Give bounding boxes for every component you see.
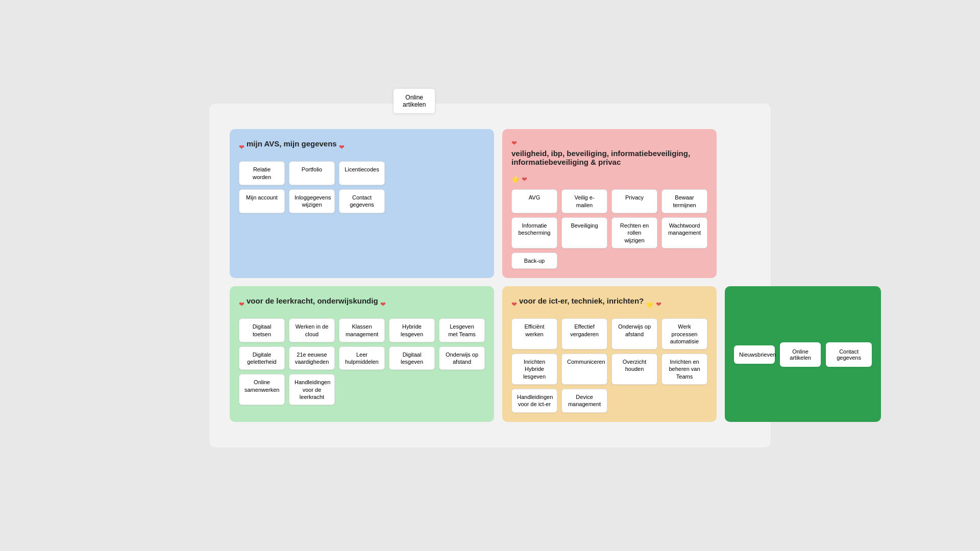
orange-cards-area: Efficiënt werken Effectief vergaderen On…	[511, 318, 707, 412]
panel-pink-header: ❤ veiligheid, ibp, beveiliging, informat…	[511, 139, 707, 183]
panels-grid: ❤ mijn AVS, mijn gegevens ❤ Relatie word…	[230, 129, 750, 421]
card-efficient[interactable]: Efficiënt werken	[511, 318, 557, 349]
heart-icon-green-2: ❤	[380, 300, 386, 308]
card-werken-cloud[interactable]: Werken in de cloud	[289, 318, 335, 342]
card-contact-groen[interactable]: Contact gegevens	[826, 342, 872, 367]
panel-green-header: ❤ voor de leerkracht, onderwijskundig ❤	[239, 296, 485, 312]
panel-pink-title: veiligheid, ibp, beveiliging, informatie…	[511, 149, 707, 166]
card-effectief[interactable]: Effectief vergaderen	[561, 318, 607, 349]
heart-icon-blue-1: ❤	[239, 143, 244, 151]
card-handleidingen-lk[interactable]: Handleidingen voor de leerkracht	[289, 374, 335, 405]
card-portfolio[interactable]: Portfolio	[289, 161, 335, 185]
card-informatie-besch[interactable]: Informatie bescherming	[511, 217, 557, 248]
blue-cards-area: Relatie worden Portfolio Licentiecodes M…	[239, 161, 485, 213]
card-klassen-mgmt[interactable]: Klassen management	[339, 318, 385, 342]
card-lesgeven-teams[interactable]: Lesgeven met Teams	[439, 318, 485, 342]
heart-icon-blue-2: ❤	[339, 143, 345, 151]
card-online-artikelen[interactable]: Online artikelen	[780, 342, 821, 367]
card-inloggegevens[interactable]: Inloggegevens wijzigen	[289, 189, 335, 213]
card-device-mgmt[interactable]: Device management	[561, 389, 607, 413]
card-nieuwsbrieven[interactable]: Nieuwsbrieven	[734, 345, 775, 364]
card-inrichten-teams[interactable]: Inrichten en beheren van Teams	[662, 354, 707, 385]
card-relatie-worden[interactable]: Relatie worden	[239, 161, 285, 185]
empty-top-right	[725, 129, 881, 278]
panel-green-title: voor de leerkracht, onderwijskundig	[247, 296, 378, 305]
heart-icon-orange-1: ❤	[511, 300, 517, 308]
card-mijn-account[interactable]: Mijn account	[239, 189, 285, 213]
top-floating-card[interactable]: Online artikelen	[393, 88, 435, 114]
card-werkprocessen[interactable]: Werk processen automatisie	[662, 318, 707, 349]
card-handleidingen-ict[interactable]: Handleidingen voor de ict-er	[511, 389, 557, 413]
card-digitale-gel[interactable]: Digitale geletterheid	[239, 346, 285, 370]
card-overzicht[interactable]: Overzicht houden	[611, 354, 657, 385]
card-rechten[interactable]: Rechten en rollen wijzigen	[611, 217, 657, 248]
card-online-samen[interactable]: Online samenwerken	[239, 374, 285, 405]
card-onderwijs-afstand[interactable]: Onderwijs op afstand	[439, 346, 485, 370]
card-digitaal-toetsen[interactable]: Digitaal toetsen	[239, 318, 285, 342]
card-beveiliging[interactable]: Beveiliging	[561, 217, 607, 248]
card-wachtwoord[interactable]: Wachtwoord management	[662, 217, 707, 248]
darkgreen-cards-area: Nieuwsbrieven Online artikelen Contact g…	[734, 342, 872, 367]
card-inrichten-hybride[interactable]: Inrichten Hybride lesgeven	[511, 354, 557, 385]
pink-cards-area: AVG Veilig e-mailen Privacy Bewaar termi…	[511, 189, 707, 269]
panel-veiligheid: ❤ veiligheid, ibp, beveiliging, informat…	[502, 129, 717, 278]
heart-icon-green-1: ❤	[239, 300, 244, 308]
panel-orange-title: voor de ict-er, techniek, inrichten?	[519, 296, 644, 305]
card-onderwijs-afstand-o[interactable]: Onderwijs op afstand	[611, 318, 657, 349]
card-avg[interactable]: AVG	[511, 189, 557, 213]
top-card-line1: Online	[405, 94, 423, 101]
panel-orange-header: ❤ voor de ict-er, techniek, inrichten? ⭐…	[511, 296, 707, 312]
card-veilig-email[interactable]: Veilig e-mailen	[561, 189, 607, 213]
green-cards-area: Digitaal toetsen Werken in de cloud Klas…	[239, 318, 485, 405]
panel-mijn-avs: ❤ mijn AVS, mijn gegevens ❤ Relatie word…	[230, 129, 494, 278]
star-icon-pink: ⭐	[511, 176, 520, 183]
panel-blue-header: ❤ mijn AVS, mijn gegevens ❤	[239, 139, 485, 155]
card-backup[interactable]: Back-up	[511, 253, 557, 269]
card-hybride-lesgeven[interactable]: Hybride lesgeven	[389, 318, 435, 342]
panel-blue-title: mijn AVS, mijn gegevens	[247, 139, 337, 148]
card-21e-eeuw[interactable]: 21e eeuwse vaardigheden	[289, 346, 335, 370]
panel-leerkracht: ❤ voor de leerkracht, onderwijskundig ❤ …	[230, 286, 494, 421]
main-container: Online artikelen ❤ mijn AVS, mijn gegeve…	[209, 104, 771, 447]
card-bewaar[interactable]: Bewaar termijnen	[662, 189, 707, 213]
card-privacy[interactable]: Privacy	[611, 189, 657, 213]
card-contact-blauw[interactable]: Contact gegevens	[339, 189, 385, 213]
heart-icon-pink-1: ❤	[511, 139, 517, 147]
panel-icter: ❤ voor de ict-er, techniek, inrichten? ⭐…	[502, 286, 717, 421]
card-digitaal-lesgeven[interactable]: Digitaal lesgeven	[389, 346, 435, 370]
panel-contact: Nieuwsbrieven Online artikelen Contact g…	[725, 286, 881, 421]
card-leer-hulp[interactable]: Leer hulpmiddelen	[339, 346, 385, 370]
star-icon-orange: ⭐	[646, 300, 654, 308]
card-communiceren[interactable]: Communiceren	[561, 354, 607, 385]
top-card-line2: artikelen	[403, 101, 426, 108]
heart-icon-orange-2: ❤	[656, 300, 662, 308]
card-licentiecodes[interactable]: Licentiecodes	[339, 161, 385, 185]
heart-icon-pink-2: ❤	[522, 176, 527, 183]
